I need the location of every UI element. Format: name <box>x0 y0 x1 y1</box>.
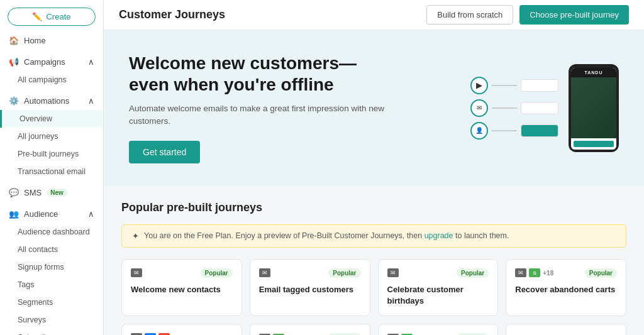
page-title: Customer Journeys <box>119 8 225 21</box>
topbar-actions: Build from scratch Choose pre-built jour… <box>426 5 629 25</box>
phone-brand: TANDU <box>571 68 616 77</box>
popular-badge-0: Popular <box>201 268 233 278</box>
card-title-1: Email tagged customers <box>259 284 361 295</box>
sms-new-badge: New <box>47 189 67 197</box>
email-icon-0: ✉ <box>131 268 142 277</box>
nav-section-home: 🏠 Home <box>0 31 103 52</box>
sidebar-item-audience-dashboard[interactable]: Audience dashboard <box>0 223 103 241</box>
sidebar-item-overview[interactable]: Overview <box>0 110 103 128</box>
sidebar-item-signup-forms[interactable]: Signup forms <box>0 258 103 276</box>
sidebar-item-segments[interactable]: Segments <box>0 294 103 311</box>
hero-text: Welcome new customers—even when you're o… <box>129 53 393 163</box>
email-icon-2: ✉ <box>387 268 399 277</box>
tags-label: Tags <box>18 280 34 289</box>
journey-card-lost[interactable]: ✉ S +19 Popular Recover lost customers <box>250 324 370 335</box>
diagram-row-3: 👤 <box>470 122 558 140</box>
email-icon-3: ✉ <box>515 268 526 277</box>
free-plan-banner: ✦ You are on the Free Plan. Enjoy a prev… <box>121 224 626 248</box>
transactional-label: Transactional email <box>18 167 86 176</box>
sidebar: ✏️ Create 🏠 Home 📢 Campaigns ∧ All campa… <box>0 0 104 335</box>
journey-card-abandoned[interactable]: ✉ S +18 Popular Recover abandoned carts <box>506 259 626 316</box>
pencil-icon: ✏️ <box>32 12 42 21</box>
upgrade-link[interactable]: upgrade <box>425 231 453 240</box>
audience-dashboard-label: Audience dashboard <box>18 228 90 236</box>
more-icon-3: +18 <box>543 270 553 277</box>
popular-badge-3: Popular <box>585 268 617 278</box>
sidebar-item-home[interactable]: 🏠 Home <box>0 31 103 50</box>
overview-label: Overview <box>19 114 52 123</box>
prebuilt-journeys-label: Pre-built journeys <box>18 150 79 158</box>
phone-mockup: TANDU <box>569 64 619 152</box>
card-title-3: Recover abandoned carts <box>515 284 617 295</box>
email-icon-1: ✉ <box>259 268 270 277</box>
sidebar-item-subscriber-prefs[interactable]: Subscriber preferences <box>0 329 103 335</box>
all-contacts-label: All contacts <box>18 245 58 254</box>
diagram-line-1 <box>492 85 517 86</box>
choose-prebuilt-button[interactable]: Choose pre-built journey <box>519 5 629 25</box>
sparkle-icon: ✦ <box>132 231 139 241</box>
journey-card-birthdays[interactable]: ✉ Popular Celebrate customer birthdays <box>378 259 499 316</box>
audience-label: Audience <box>24 209 58 219</box>
phone-image <box>571 77 616 138</box>
nav-section-audience: 👥 Audience ∧ Audience dashboard All cont… <box>0 204 103 335</box>
home-label: Home <box>24 36 46 45</box>
journey-card-facebook[interactable]: ✉ f G Find new contacts with Facebook Le… <box>121 324 242 335</box>
sidebar-item-prebuilt-journeys[interactable]: Pre-built journeys <box>0 145 103 163</box>
journey-card-welcome[interactable]: ✉ Popular Welcome new contacts <box>121 259 242 316</box>
create-btn-wrap: ✏️ Create <box>0 0 103 31</box>
journey-card-tagged[interactable]: ✉ Popular Email tagged customers <box>250 259 370 316</box>
free-plan-text: You are on the Free Plan. Enjoy a previe… <box>144 231 509 240</box>
card-header-0: ✉ Popular <box>131 268 233 278</box>
sidebar-item-audience[interactable]: 👥 Audience ∧ <box>0 204 103 223</box>
campaigns-label: Campaigns <box>24 57 65 67</box>
sms-icon-3: S <box>529 268 540 277</box>
popular-badge-1: Popular <box>328 268 360 278</box>
sidebar-item-all-journeys[interactable]: All journeys <box>0 128 103 145</box>
journeys-title: Popular pre-built journeys <box>121 201 626 214</box>
main-content: Customer Journeys Build from scratch Cho… <box>104 0 644 335</box>
phone-screen: TANDU <box>571 68 616 150</box>
journey-card-repeat[interactable]: ✉ S +19 Popular Create repeat customers <box>378 324 499 335</box>
diagram-row-2: ✉ <box>470 99 558 117</box>
campaigns-submenu: All campaigns <box>0 71 103 89</box>
diagram-box-3 <box>521 124 558 137</box>
chevron-up-icon-aud: ∧ <box>88 209 94 219</box>
surveys-label: Surveys <box>18 316 46 324</box>
see-all-journeys-card[interactable]: → See all pre-built journeys <box>506 324 626 335</box>
sidebar-item-all-contacts[interactable]: All contacts <box>0 241 103 258</box>
nav-section-automations: ⚙️ Automations ∧ Overview All journeys P… <box>0 91 103 183</box>
sidebar-item-automations[interactable]: ⚙️ Automations ∧ <box>0 91 103 110</box>
sidebar-item-sms[interactable]: 💬 SMS New <box>0 183 103 202</box>
card-header-3: ✉ S +18 Popular <box>515 268 617 278</box>
phone-cta-placeholder <box>574 141 614 147</box>
hero-diagram: ▶ ✉ 👤 <box>470 77 558 140</box>
sidebar-item-all-campaigns[interactable]: All campaigns <box>0 71 103 89</box>
segments-label: Segments <box>18 298 53 307</box>
topbar: Customer Journeys Build from scratch Cho… <box>104 0 644 30</box>
diagram-user-circle: 👤 <box>470 122 488 140</box>
card-icons-3: ✉ S +18 <box>515 268 553 277</box>
create-button[interactable]: ✏️ Create <box>8 8 96 26</box>
content-area: Welcome new customers—even when you're o… <box>104 30 644 335</box>
build-from-scratch-button[interactable]: Build from scratch <box>426 5 513 25</box>
sidebar-item-campaigns[interactable]: 📢 Campaigns ∧ <box>0 52 103 71</box>
audience-submenu: Audience dashboard All contacts Signup f… <box>0 223 103 335</box>
diagram-line-3 <box>492 130 517 131</box>
sidebar-item-tags[interactable]: Tags <box>0 276 103 294</box>
popular-badge-2: Popular <box>457 268 489 278</box>
home-icon: 🏠 <box>9 35 19 45</box>
free-plan-suffix: to launch them. <box>455 231 509 240</box>
sidebar-item-surveys[interactable]: Surveys <box>0 311 103 329</box>
sms-icon: 💬 <box>9 187 19 197</box>
signup-forms-label: Signup forms <box>18 263 64 272</box>
nav-section-campaigns: 📢 Campaigns ∧ All campaigns <box>0 52 103 91</box>
all-journeys-label: All journeys <box>18 132 58 141</box>
audience-icon: 👥 <box>9 209 19 219</box>
automations-label: Automations <box>24 96 69 106</box>
diagram-box-2 <box>521 102 558 114</box>
card-header-1: ✉ Popular <box>259 268 361 278</box>
get-started-button[interactable]: Get started <box>129 141 200 163</box>
sidebar-item-transactional[interactable]: Transactional email <box>0 163 103 180</box>
journeys-section: Popular pre-built journeys ✦ You are on … <box>104 186 644 335</box>
chevron-up-icon-auto: ∧ <box>88 96 94 106</box>
